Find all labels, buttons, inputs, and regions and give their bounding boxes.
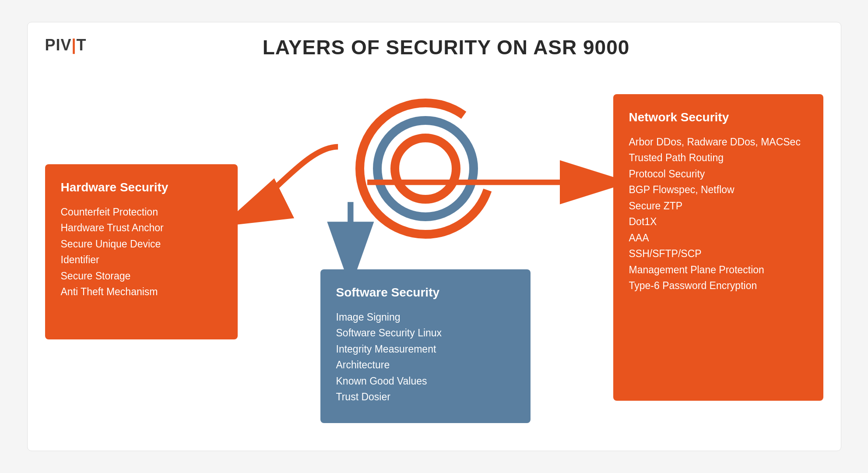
list-item: Dot1X [629, 214, 808, 229]
network-security-title: Network Security [629, 110, 808, 125]
list-item: Hardware Trust Anchor [61, 220, 222, 236]
logo-slash: | [72, 36, 77, 54]
list-item: Identifier [61, 252, 222, 268]
list-item: Known Good Values [336, 374, 515, 389]
list-item: Image Signing [336, 310, 515, 325]
hardware-security-title: Hardware Security [61, 180, 222, 195]
list-item: AAA [629, 230, 808, 246]
network-security-box: Network Security Arbor DDos, Radware DDo… [613, 94, 823, 401]
list-item: Architecture [336, 357, 515, 373]
list-item: Anti Theft Mechanism [61, 284, 222, 300]
list-item: Secure Storage [61, 268, 222, 284]
logo-t: T [77, 36, 87, 54]
list-item: Management Plane Protection [629, 262, 808, 278]
software-items-list: Image Signing Software Security Linux In… [336, 310, 515, 405]
page-title: LAYERS OF SECURITY ON ASR 9000 [104, 35, 788, 59]
list-item: BGP Flowspec, Netflow [629, 182, 808, 198]
logo-piv: PIV [45, 36, 72, 54]
svg-point-4 [395, 138, 456, 199]
concentric-circles [351, 94, 500, 243]
main-layout: Hardware Security Counterfeit Protection… [45, 68, 823, 423]
logo: PIV|T [45, 37, 87, 53]
list-item: Trust Dosier [336, 389, 515, 405]
network-items-list: Arbor DDos, Radware DDos, MACSec Trusted… [629, 134, 808, 293]
hardware-security-box: Hardware Security Counterfeit Protection… [45, 164, 238, 339]
list-item: Protocol Security [629, 166, 808, 182]
list-item: Arbor DDos, Radware DDos, MACSec [629, 134, 808, 150]
software-security-box: Software Security Image Signing Software… [320, 269, 531, 423]
header: PIV|T LAYERS OF SECURITY ON ASR 9000 [45, 35, 823, 59]
list-item: Integrity Measurement [336, 342, 515, 357]
list-item: Trusted Path Routing [629, 150, 808, 166]
list-item: SSH/SFTP/SCP [629, 246, 808, 261]
list-item: Counterfeit Protection [61, 205, 222, 220]
software-security-title: Software Security [336, 285, 515, 300]
hardware-items-list: Counterfeit Protection Hardware Trust An… [61, 205, 222, 300]
list-item: Software Security Linux [336, 325, 515, 341]
list-item: Secure Unique Device [61, 236, 222, 252]
list-item: Secure ZTP [629, 198, 808, 214]
center-area: Software Security Image Signing Software… [238, 68, 613, 423]
list-item: Type-6 Password Encryption [629, 278, 808, 293]
main-card: PIV|T LAYERS OF SECURITY ON ASR 9000 [27, 22, 841, 451]
